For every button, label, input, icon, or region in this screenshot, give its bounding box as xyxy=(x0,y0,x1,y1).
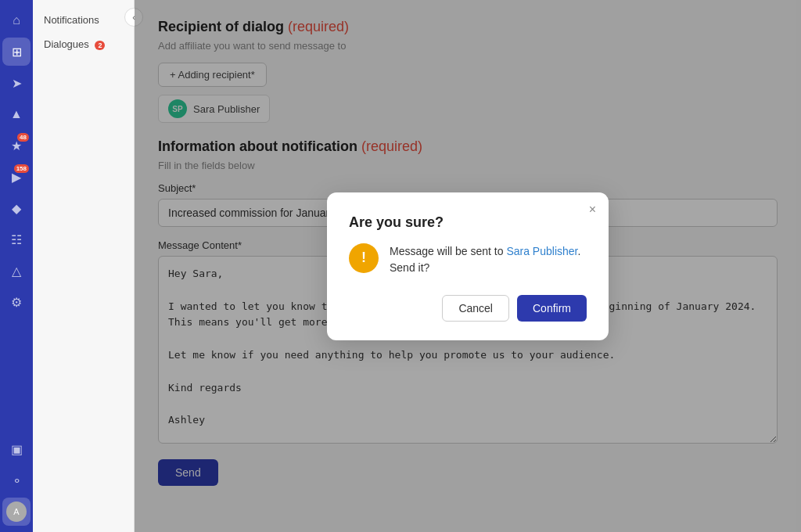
settings-icon[interactable]: ⚙ xyxy=(2,288,31,316)
confirmation-dialog: × Are you sure? ! Message will be sent t… xyxy=(327,192,609,340)
home-icon[interactable]: ⌂ xyxy=(2,6,31,34)
sidebar: ⌂ ⊞ ➤ ▲ ★ 48 ▶ 158 ◆ ☷ △ ⚙ ▣ ⚬ A xyxy=(0,0,33,532)
chart-icon[interactable]: ▲ xyxy=(2,100,31,128)
avatar-icon[interactable]: A xyxy=(2,498,31,526)
dialog-recipient-link[interactable]: Sara Publisher xyxy=(506,245,577,257)
megaphone-badge: 158 xyxy=(14,164,29,173)
dialog-actions: Cancel Confirm xyxy=(349,295,587,322)
dialog-title: Are you sure? xyxy=(349,214,587,231)
dialog-message: Message will be sent to Sara Publisher. … xyxy=(390,243,587,276)
dialog-cancel-button[interactable]: Cancel xyxy=(442,295,509,322)
star-icon[interactable]: ★ 48 xyxy=(2,131,31,160)
calendar-icon[interactable]: ☷ xyxy=(2,225,31,253)
dialogues-badge: 2 xyxy=(95,41,105,50)
grid-icon[interactable]: ⊞ xyxy=(2,38,31,66)
dialog-close-button[interactable]: × xyxy=(589,203,596,216)
main-content: Recipient of dialog (required) Add affil… xyxy=(135,0,801,532)
image-icon[interactable]: ◆ xyxy=(2,194,31,222)
dialog-body: ! Message will be sent to Sara Publisher… xyxy=(349,243,587,276)
star-badge: 48 xyxy=(17,133,29,142)
sidebar-item-dialogues[interactable]: Dialogues 2 xyxy=(33,32,134,56)
bell-icon[interactable]: ⚬ xyxy=(2,466,31,494)
alert-icon[interactable]: △ xyxy=(2,257,31,285)
dialog-confirm-button[interactable]: Confirm xyxy=(517,295,587,322)
confirmation-overlay: × Are you sure? ! Message will be sent t… xyxy=(135,0,801,532)
page-icon[interactable]: ▣ xyxy=(2,435,31,463)
warning-icon: ! xyxy=(349,243,379,273)
sidebar-item-notifications[interactable]: Notifications xyxy=(33,8,134,32)
send-icon[interactable]: ➤ xyxy=(2,69,31,97)
megaphone-icon[interactable]: ▶ 158 xyxy=(2,163,31,191)
left-panel: ‹ Notifications Dialogues 2 xyxy=(33,0,135,532)
